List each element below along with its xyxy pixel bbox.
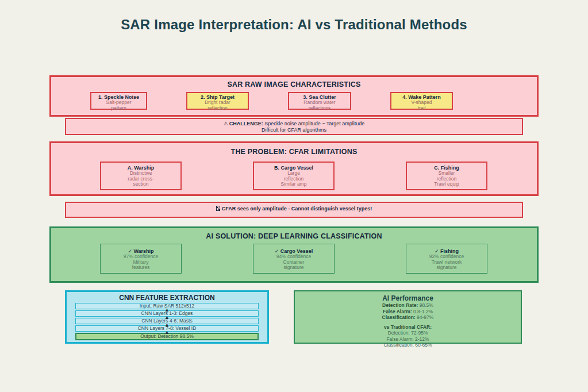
- stat-false-alarm: False Alarm: 0.8-1.2%: [295, 309, 521, 315]
- cargo-ai-box: ✓ Cargo Vessel 94% confidence Container …: [253, 244, 335, 274]
- arrow-up-icon: ▲: [164, 307, 170, 313]
- stat-classification: Classification: 94-97%: [295, 314, 521, 321]
- item-line: pattern: [91, 106, 146, 112]
- item-line: signature: [253, 265, 334, 271]
- arrow-up-icon: ▲: [164, 329, 170, 335]
- arrow-up-icon: ▲: [164, 314, 170, 320]
- cnn-header: CNN FEATURE EXTRACTION: [67, 294, 267, 302]
- fishing-ai-box: ✓ Fishing 92% confidence Trawl network s…: [406, 244, 487, 274]
- raw-characteristics-header: SAR RAW IMAGE CHARACTERISTICS: [51, 80, 537, 89]
- sea-clutter-box: 3. Sea Clutter Random water reflections: [288, 92, 351, 110]
- wake-pattern-box: 4. Wake Pattern V-shaped trail: [390, 92, 453, 110]
- warship-ai-box: ✓ Warship 97% confidence Military featur…: [100, 244, 182, 274]
- ship-target-box: 2. Ship Target Bright radar reflection: [186, 92, 249, 110]
- ai-solution-header: AI SOLUTION: DEEP LEARNING CLASSIFICATIO…: [51, 232, 537, 240]
- item-line: signature: [406, 265, 487, 271]
- ai-solution-panel: AI SOLUTION: DEEP LEARNING CLASSIFICATIO…: [49, 226, 539, 283]
- arrow-up-icon: ▲: [164, 322, 170, 328]
- warning-icon: ⚠: [224, 121, 228, 126]
- stat-detection-rate: Detection Rate: 98.5%: [295, 302, 521, 309]
- item-line: Similar amp: [254, 182, 333, 187]
- ai-performance-box: AI Performance Detection Rate: 98.5% Fal…: [294, 290, 522, 344]
- challenge-line2: Difficult for CFAR algorithms: [66, 127, 522, 133]
- item-line: features: [101, 265, 181, 271]
- warship-problem-box: A. Warship Distinctive radar cross- sect…: [100, 162, 182, 190]
- challenge-bar: ⚠CHALLENGE: Speckle noise amplitude ~ Ta…: [65, 118, 523, 135]
- speckle-noise-box: 1. Speckle Noise Salt-pepper pattern: [90, 92, 147, 110]
- cfar-comparison-header: vs Traditional CFAR:: [295, 324, 521, 330]
- cfar-limitations-header: THE PROBLEM: CFAR LIMITATIONS: [51, 148, 537, 156]
- item-line: section: [101, 182, 180, 187]
- cfar-stat-false-alarm: False Alarm: 2-12%: [295, 336, 521, 343]
- item-line: trail: [391, 106, 452, 112]
- page-title: SAR Image Interpretation: AI vs Traditio…: [0, 17, 588, 33]
- item-line: Trawl equip: [407, 182, 486, 187]
- sar-diagram-canvas: SAR Image Interpretation: AI vs Traditio…: [0, 0, 588, 392]
- raw-characteristics-panel: SAR RAW IMAGE CHARACTERISTICS 1. Speckle…: [49, 75, 539, 117]
- cfar-stat-detection: Detection: 72-95%: [295, 330, 521, 336]
- blocked-icon: [216, 206, 220, 211]
- cfar-warning-bar: CFAR sees only amplitude - Cannot distin…: [65, 202, 523, 218]
- challenge-text: Speckle noise amplitude ~ Target amplitu…: [264, 121, 364, 126]
- ai-performance-header: AI Performance: [295, 294, 521, 302]
- cfar-limitations-panel: THE PROBLEM: CFAR LIMITATIONS A. Warship…: [49, 141, 539, 196]
- challenge-label: CHALLENGE:: [229, 121, 263, 126]
- cfar-stat-classification: Classification: 60-65%: [295, 342, 521, 348]
- cnn-feature-extraction-box: CNN FEATURE EXTRACTION Input: Raw SAR 51…: [65, 290, 269, 344]
- cargo-problem-box: B. Cargo Vessel Large reflection Similar…: [253, 162, 335, 190]
- fishing-problem-box: C. Fishing Smaller reflection Trawl equi…: [406, 162, 487, 190]
- challenge-line1: ⚠CHALLENGE: Speckle noise amplitude ~ Ta…: [66, 121, 522, 127]
- item-line: reflection: [187, 106, 248, 112]
- item-line: reflections: [289, 106, 350, 112]
- cfar-warning-line: CFAR sees only amplitude - Cannot distin…: [66, 206, 522, 212]
- cfar-warning-text: CFAR sees only amplitude - Cannot distin…: [222, 206, 372, 212]
